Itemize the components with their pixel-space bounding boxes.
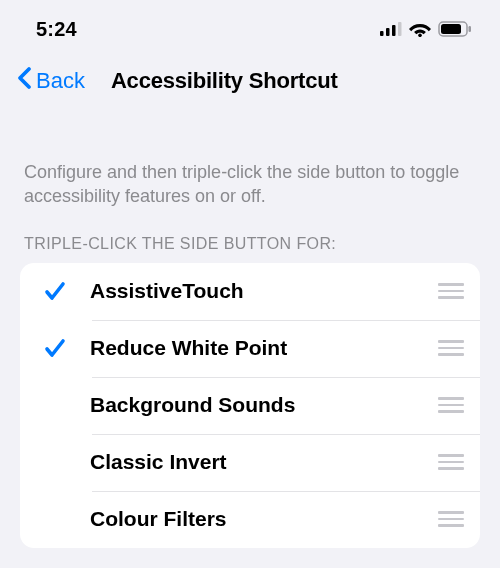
- checkmark-icon: [34, 279, 76, 303]
- section-header: TRIPLE-CLICK THE SIDE BUTTON FOR:: [20, 235, 480, 263]
- svg-point-4: [418, 34, 422, 38]
- svg-rect-2: [392, 25, 396, 36]
- list-item-label: Reduce White Point: [76, 336, 428, 360]
- chevron-left-icon: [16, 66, 34, 96]
- list-item-label: Classic Invert: [76, 450, 428, 474]
- back-label: Back: [36, 68, 85, 94]
- shortcut-list: AssistiveTouch Reduce White Point Backgr…: [20, 263, 480, 548]
- reorder-handle-icon[interactable]: [428, 277, 464, 305]
- svg-rect-6: [441, 24, 461, 34]
- list-item[interactable]: Reduce White Point: [20, 320, 480, 377]
- svg-rect-3: [398, 22, 402, 36]
- status-time: 5:24: [36, 18, 77, 41]
- reorder-handle-icon[interactable]: [428, 334, 464, 362]
- cellular-icon: [380, 22, 402, 36]
- nav-bar: Back Accessibility Shortcut: [0, 48, 500, 112]
- list-item-label: Colour Filters: [76, 507, 428, 531]
- main-section: Configure and then triple-click the side…: [0, 160, 500, 548]
- list-item-label: AssistiveTouch: [76, 279, 428, 303]
- status-bar: 5:24: [0, 0, 500, 48]
- list-item[interactable]: Classic Invert: [20, 434, 480, 491]
- checkmark-icon: [34, 336, 76, 360]
- page-title: Accessibility Shortcut: [111, 68, 338, 94]
- status-icons: [380, 21, 472, 37]
- list-item[interactable]: Colour Filters: [20, 491, 480, 548]
- section-description: Configure and then triple-click the side…: [20, 160, 480, 209]
- list-item[interactable]: AssistiveTouch: [20, 263, 480, 320]
- wifi-icon: [409, 21, 431, 37]
- screen: 5:24: [0, 0, 500, 568]
- svg-rect-1: [386, 28, 390, 36]
- reorder-handle-icon[interactable]: [428, 391, 464, 419]
- list-item[interactable]: Background Sounds: [20, 377, 480, 434]
- svg-rect-7: [469, 26, 472, 32]
- battery-icon: [438, 21, 472, 37]
- list-item-label: Background Sounds: [76, 393, 428, 417]
- reorder-handle-icon[interactable]: [428, 448, 464, 476]
- reorder-handle-icon[interactable]: [428, 505, 464, 533]
- back-button[interactable]: Back: [12, 62, 89, 100]
- svg-rect-0: [380, 31, 384, 36]
